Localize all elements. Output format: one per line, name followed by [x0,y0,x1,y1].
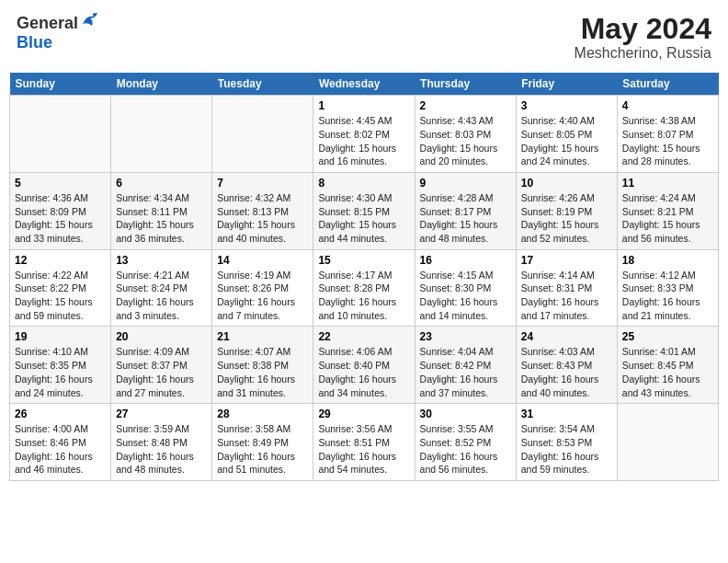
day-info-line: and 44 minutes. [318,232,409,246]
day-info-line: Sunset: 8:02 PM [318,128,409,142]
day-info-line: Sunset: 8:07 PM [622,128,713,142]
day-info-line: Sunrise: 4:32 AM [217,191,308,205]
day-info-line: Sunset: 8:17 PM [420,205,511,219]
day-info-line: Sunrise: 4:14 AM [521,269,612,282]
day-info-line: Sunset: 8:19 PM [521,205,612,219]
day-info-line: Sunrise: 4:22 AM [15,269,106,282]
page-header: General Blue May 2024 Meshcherino, Russi… [9,9,719,65]
day-info-line: Sunrise: 4:43 AM [420,114,511,128]
week-row-4: 19Sunrise: 4:10 AMSunset: 8:35 PMDayligh… [10,327,719,404]
day-cell: 11Sunrise: 4:24 AMSunset: 8:21 PMDayligh… [617,172,718,249]
day-cell: 17Sunrise: 4:14 AMSunset: 8:31 PMDayligh… [516,249,617,327]
logo-blue: Blue [17,33,52,52]
day-number: 1 [318,99,409,112]
day-info-line: Daylight: 16 hours [521,450,612,464]
header-day-friday: Friday [516,73,617,96]
day-info-line: Sunrise: 4:17 AM [318,269,409,282]
title-block: May 2024 Meshcherino, Russia [574,13,711,62]
day-cell: 9Sunrise: 4:28 AMSunset: 8:17 PMDaylight… [415,172,516,249]
day-info-line: and 36 minutes. [116,232,207,246]
day-info-line: and 43 minutes. [622,386,713,400]
day-info-line: Daylight: 16 hours [318,295,409,309]
day-info-line: Sunset: 8:30 PM [420,282,511,295]
day-info-line: and 37 minutes. [420,386,511,400]
day-cell: 10Sunrise: 4:26 AMSunset: 8:19 PMDayligh… [516,172,617,249]
day-info-line: and 56 minutes. [420,463,511,477]
day-info-line: Daylight: 16 hours [420,373,511,386]
day-info-line: and 59 minutes. [15,309,106,323]
day-number: 18 [622,254,713,267]
day-info-line: Daylight: 15 hours [318,142,409,155]
day-info-line: Sunset: 8:22 PM [15,282,106,295]
day-info-line: Sunset: 8:40 PM [318,359,409,373]
day-info-line: Daylight: 16 hours [622,295,713,309]
week-row-1: 1Sunrise: 4:45 AMSunset: 8:02 PMDaylight… [10,96,719,173]
day-info-line: Daylight: 15 hours [622,218,713,232]
day-number: 5 [15,177,106,190]
day-info-line: Sunrise: 4:19 AM [217,269,308,282]
day-info-line: and 27 minutes. [116,386,207,400]
header-day-thursday: Thursday [415,73,516,96]
day-number: 20 [116,330,207,343]
day-cell: 8Sunrise: 4:30 AMSunset: 8:15 PMDaylight… [313,172,415,249]
day-info-line: Daylight: 16 hours [217,295,308,309]
day-info-line: and 24 minutes. [521,155,612,168]
day-cell: 5Sunrise: 4:36 AMSunset: 8:09 PMDaylight… [10,172,111,249]
day-info-line: Sunset: 8:26 PM [217,282,308,295]
day-cell: 19Sunrise: 4:10 AMSunset: 8:35 PMDayligh… [10,327,111,404]
day-info-line: Daylight: 15 hours [318,218,409,232]
day-info-line: Sunset: 8:38 PM [217,359,308,373]
day-info-line: Sunrise: 4:00 AM [15,422,106,436]
day-info-line: and 31 minutes. [217,386,308,400]
day-number: 26 [15,408,106,420]
day-cell: 28Sunrise: 3:58 AMSunset: 8:49 PMDayligh… [212,404,313,481]
day-info-line: Sunset: 8:09 PM [15,205,106,219]
day-info-line: Daylight: 15 hours [622,142,713,155]
day-info-line: Daylight: 15 hours [217,218,308,232]
day-info-line: Sunrise: 4:10 AM [15,345,106,359]
day-info-line: Sunset: 8:52 PM [420,436,511,450]
day-info-line: Daylight: 16 hours [116,295,207,309]
day-info-line: Sunrise: 4:45 AM [318,114,409,128]
day-info-line: and 24 minutes. [15,386,106,400]
day-info-line: Daylight: 16 hours [318,373,409,386]
day-number: 17 [521,254,612,267]
day-info-line: and 59 minutes. [521,463,612,477]
day-info-line: Sunrise: 4:34 AM [116,191,207,205]
day-info-line: Sunset: 8:28 PM [318,282,409,295]
day-info-line: and 52 minutes. [521,232,612,246]
day-info-line: Sunset: 8:51 PM [318,436,409,450]
day-info-line: and 20 minutes. [420,155,511,168]
day-number: 28 [217,408,308,420]
day-cell: 7Sunrise: 4:32 AMSunset: 8:13 PMDaylight… [212,172,313,249]
day-info-line: and 51 minutes. [217,463,308,477]
day-info-line: Daylight: 15 hours [15,218,106,232]
day-info-line: Sunrise: 4:01 AM [622,345,713,359]
day-info-line: Daylight: 15 hours [420,142,511,155]
day-number: 8 [318,177,409,190]
header-day-sunday: Sunday [10,73,111,96]
day-info-line: and 54 minutes. [318,463,409,477]
day-cell: 1Sunrise: 4:45 AMSunset: 8:02 PMDaylight… [313,96,415,173]
day-info-line: Daylight: 16 hours [116,450,207,464]
day-cell: 31Sunrise: 3:54 AMSunset: 8:53 PMDayligh… [516,404,617,481]
day-number: 11 [622,177,713,190]
day-info-line: Sunrise: 3:56 AM [318,422,409,436]
day-info-line: Daylight: 15 hours [420,218,511,232]
day-info-line: Sunset: 8:33 PM [622,282,713,295]
day-info-line: and 46 minutes. [15,463,106,477]
day-info-line: Sunset: 8:49 PM [217,436,308,450]
day-number: 31 [521,408,612,420]
day-info-line: and 3 minutes. [116,309,207,323]
day-cell [10,96,111,173]
day-number: 3 [521,99,612,112]
day-info-line: Sunrise: 4:03 AM [521,345,612,359]
day-number: 10 [521,177,612,190]
month-title: May 2024 [574,13,711,45]
day-number: 27 [116,408,207,420]
day-info-line: Sunset: 8:37 PM [116,359,207,373]
day-info-line: Sunset: 8:15 PM [318,205,409,219]
day-info-line: and 34 minutes. [318,386,409,400]
calendar-table: SundayMondayTuesdayWednesdayThursdayFrid… [9,73,719,481]
day-info-line: Sunrise: 3:59 AM [116,422,207,436]
